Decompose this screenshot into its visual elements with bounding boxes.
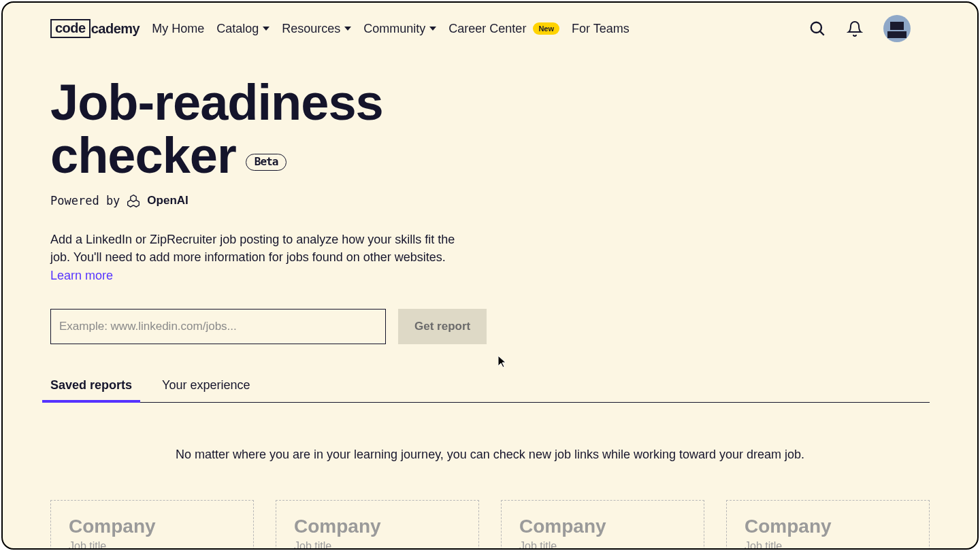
card-job-title: Job title bbox=[745, 540, 911, 550]
chevron-down-icon bbox=[429, 27, 436, 31]
nav-teams-label: For Teams bbox=[572, 22, 630, 36]
bell-icon[interactable] bbox=[847, 20, 863, 37]
report-card-placeholder: Company Job title bbox=[50, 500, 254, 550]
report-card-placeholder: Company Job title bbox=[276, 500, 479, 550]
title-line1: Job-readiness bbox=[50, 76, 527, 129]
new-badge: New bbox=[533, 22, 559, 35]
main-content: Job-readiness checker Beta Powered by Op… bbox=[3, 49, 977, 550]
svg-line-1 bbox=[820, 31, 824, 35]
report-card-placeholder: Company Job title bbox=[501, 500, 704, 550]
card-grid: Company Job title Company Job title Comp… bbox=[50, 500, 930, 550]
title-line2-row: checker Beta bbox=[50, 129, 527, 182]
nav-resources[interactable]: Resources bbox=[282, 22, 351, 36]
beta-badge: Beta bbox=[246, 154, 287, 171]
job-url-input[interactable] bbox=[50, 309, 386, 344]
tab-your-experience[interactable]: Your experience bbox=[162, 371, 250, 402]
avatar[interactable] bbox=[883, 15, 911, 42]
svg-point-0 bbox=[811, 22, 821, 33]
powered-prefix: Powered by bbox=[50, 194, 120, 207]
nav-my-home-label: My Home bbox=[152, 22, 204, 36]
powered-by: Powered by OpenAI bbox=[50, 194, 930, 207]
card-job-title: Job title bbox=[294, 540, 461, 550]
nav-my-home[interactable]: My Home bbox=[152, 22, 204, 36]
chevron-down-icon bbox=[263, 27, 270, 31]
nav-community-label: Community bbox=[363, 22, 425, 36]
openai-name: OpenAI bbox=[147, 194, 188, 207]
learn-more-link[interactable]: Learn more bbox=[50, 269, 113, 282]
nav-links: My Home Catalog Resources Community Care… bbox=[152, 22, 630, 36]
logo-box: code bbox=[50, 19, 91, 38]
nav-career-center[interactable]: Career CenterNew bbox=[448, 22, 559, 36]
topbar-right bbox=[808, 15, 958, 42]
tab-saved-reports[interactable]: Saved reports bbox=[50, 371, 132, 402]
chevron-down-icon bbox=[344, 27, 351, 31]
tabs: Saved reports Your experience bbox=[50, 371, 930, 403]
input-row: Get report bbox=[50, 309, 930, 344]
nav-catalog[interactable]: Catalog bbox=[216, 22, 270, 36]
nav-community[interactable]: Community bbox=[363, 22, 436, 36]
card-job-title: Job title bbox=[519, 540, 686, 550]
description: Add a LinkedIn or ZipRecruiter job posti… bbox=[50, 231, 472, 284]
get-report-button[interactable]: Get report bbox=[398, 309, 487, 344]
title-line2: checker bbox=[50, 129, 236, 182]
journey-text: No matter where you are in your learning… bbox=[50, 448, 930, 462]
report-card-placeholder: Company Job title bbox=[726, 500, 930, 550]
page-title: Job-readiness checker Beta bbox=[50, 76, 527, 182]
nav-catalog-label: Catalog bbox=[216, 22, 259, 36]
card-job-title: Job title bbox=[69, 540, 235, 550]
nav-career-label: Career Center bbox=[448, 22, 526, 36]
logo[interactable]: codecademy bbox=[50, 19, 140, 38]
app-window: codecademy My Home Catalog Resources Com… bbox=[1, 1, 979, 550]
openai-icon bbox=[127, 194, 140, 207]
top-nav: codecademy My Home Catalog Resources Com… bbox=[3, 3, 977, 49]
card-company: Company bbox=[519, 516, 686, 537]
nav-for-teams[interactable]: For Teams bbox=[572, 22, 630, 36]
card-company: Company bbox=[745, 516, 911, 537]
card-company: Company bbox=[69, 516, 235, 537]
logo-text: cademy bbox=[91, 21, 140, 37]
card-company: Company bbox=[294, 516, 461, 537]
description-text: Add a LinkedIn or ZipRecruiter job posti… bbox=[50, 233, 455, 264]
nav-resources-label: Resources bbox=[282, 22, 340, 36]
search-icon[interactable] bbox=[808, 20, 826, 37]
